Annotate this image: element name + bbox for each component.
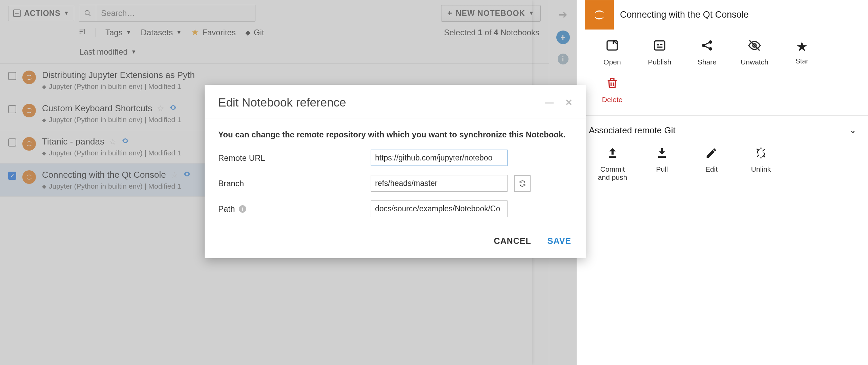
save-button[interactable]: SAVE	[547, 236, 571, 246]
svg-point-10	[702, 44, 705, 47]
remote-url-input[interactable]	[371, 150, 508, 166]
share-action[interactable]: Share	[692, 39, 722, 66]
git-section-header[interactable]: Associated remote Git ⌄	[577, 115, 868, 145]
path-input[interactable]	[371, 200, 508, 217]
download-icon	[656, 147, 668, 162]
publish-action[interactable]: Publish	[644, 39, 675, 66]
star-action[interactable]: ★ Star	[787, 39, 817, 66]
path-label: Path i	[218, 204, 364, 214]
svg-rect-7	[657, 44, 659, 45]
detail-title: Connecting with the Qt Console	[620, 9, 749, 20]
jupyter-icon	[585, 0, 614, 30]
unwatch-icon	[748, 39, 761, 55]
publish-icon	[653, 39, 666, 55]
svg-point-11	[709, 40, 712, 44]
edit-git-action[interactable]: Edit	[695, 147, 728, 181]
edit-notebook-reference-modal: Edit Notebook reference — ✕ You can chan…	[205, 85, 586, 258]
refresh-branch-button[interactable]	[514, 175, 531, 192]
modal-description: You can change the remote repository wit…	[218, 129, 573, 141]
commit-push-action[interactable]: Commit and push	[596, 147, 629, 181]
pencil-icon	[705, 147, 718, 162]
chevron-down-icon: ⌄	[850, 126, 856, 135]
unlink-action[interactable]: Unlink	[744, 147, 778, 181]
modal-title: Edit Notebook reference	[218, 96, 346, 109]
cancel-button[interactable]: CANCEL	[494, 236, 531, 246]
branch-label: Branch	[218, 179, 364, 188]
star-icon: ★	[796, 39, 808, 54]
refresh-icon	[519, 180, 526, 187]
info-icon[interactable]: i	[239, 205, 246, 213]
svg-rect-16	[658, 156, 666, 158]
svg-point-12	[709, 47, 712, 51]
minimize-icon[interactable]: —	[545, 97, 554, 108]
share-icon	[700, 39, 714, 55]
branch-input[interactable]	[371, 175, 508, 192]
svg-rect-9	[657, 46, 663, 47]
pull-action[interactable]: Pull	[645, 147, 679, 181]
trash-icon	[605, 76, 619, 93]
remote-url-label: Remote URL	[218, 153, 364, 163]
open-icon	[605, 39, 619, 55]
upload-icon	[606, 147, 619, 162]
git-section-title: Associated remote Git	[589, 125, 676, 136]
open-action[interactable]: Open	[597, 39, 627, 66]
unwatch-action[interactable]: Unwatch	[739, 39, 770, 66]
unlink-icon	[755, 147, 767, 162]
svg-rect-8	[660, 44, 663, 45]
close-icon[interactable]: ✕	[565, 97, 573, 108]
svg-rect-15	[609, 156, 616, 158]
delete-action[interactable]: Delete	[597, 76, 627, 104]
svg-rect-6	[655, 41, 665, 50]
